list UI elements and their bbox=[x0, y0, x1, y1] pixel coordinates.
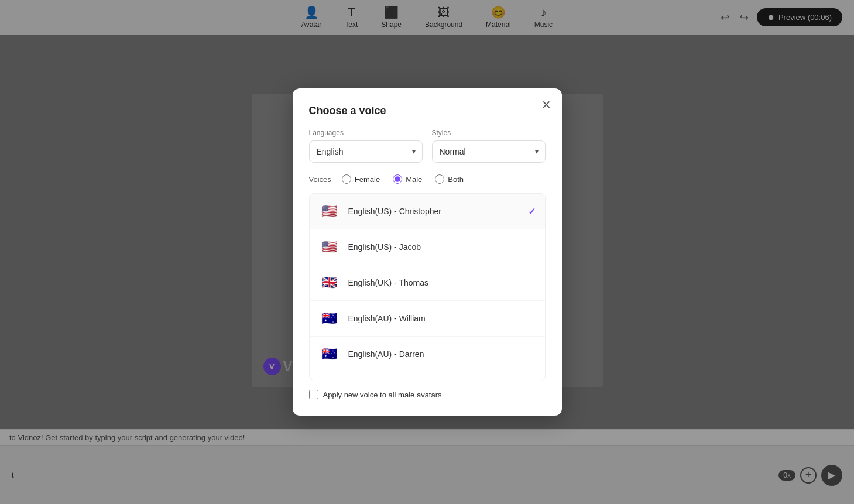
flag-icon: 🇺🇸 bbox=[319, 236, 340, 258]
choose-voice-modal: Choose a voice ✕ Languages EnglishSpanis… bbox=[293, 88, 562, 416]
modal-overlay: Choose a voice ✕ Languages EnglishSpanis… bbox=[0, 0, 854, 504]
radio-both-input[interactable] bbox=[435, 174, 444, 184]
voice-name: English(AU) - William bbox=[348, 314, 536, 323]
modal-close-button[interactable]: ✕ bbox=[541, 99, 551, 111]
modal-title: Choose a voice bbox=[309, 105, 546, 117]
radio-male[interactable]: Male bbox=[393, 174, 422, 184]
voice-list: 🇺🇸 English(US) - Christopher ✓ 🇺🇸 Englis… bbox=[309, 193, 546, 380]
flag-icon: 🇦🇺 bbox=[319, 308, 340, 329]
voice-item-uk-thomas[interactable]: 🇬🇧 English(UK) - Thomas bbox=[310, 265, 545, 301]
voice-item-us-jacob[interactable]: 🇺🇸 English(US) - Jacob bbox=[310, 229, 545, 265]
languages-label: Languages bbox=[309, 129, 423, 137]
styles-select[interactable]: NormalExcitedCalmSadAngry bbox=[432, 140, 546, 163]
radio-row: Voices Female Male Both bbox=[309, 174, 546, 184]
languages-group: Languages EnglishSpanishFrenchGermanJapa… bbox=[309, 129, 423, 163]
voice-item-au-william[interactable]: 🇦🇺 English(AU) - William bbox=[310, 301, 545, 337]
apply-checkbox-row: Apply new voice to all male avatars bbox=[309, 390, 546, 399]
flag-icon: 🇬🇧 bbox=[319, 272, 340, 293]
radio-male-label: Male bbox=[406, 175, 422, 184]
flag-icon: 🇦🇺 bbox=[319, 344, 340, 365]
voice-name: English(AU) - Darren bbox=[348, 349, 536, 359]
voice-item-us-eric[interactable]: 🇺🇸 English(US) - Eric 👑PRO bbox=[310, 372, 545, 380]
languages-select-wrapper: EnglishSpanishFrenchGermanJapaneseChines… bbox=[309, 140, 423, 163]
field-row: Languages EnglishSpanishFrenchGermanJapa… bbox=[309, 129, 546, 163]
radio-female[interactable]: Female bbox=[342, 174, 380, 184]
radio-both-label: Both bbox=[448, 175, 464, 184]
check-icon: ✓ bbox=[528, 206, 536, 217]
flag-icon: 🇺🇸 bbox=[319, 201, 340, 222]
voice-name: English(US) - Jacob bbox=[348, 242, 536, 252]
voice-item-us-christopher[interactable]: 🇺🇸 English(US) - Christopher ✓ bbox=[310, 194, 545, 229]
flag-icon: 🇺🇸 bbox=[319, 379, 340, 380]
voice-name: English(UK) - Thomas bbox=[348, 278, 536, 287]
voice-name: English(US) - Christopher bbox=[348, 207, 528, 216]
voice-item-au-darren[interactable]: 🇦🇺 English(AU) - Darren bbox=[310, 337, 545, 372]
styles-group: Styles NormalExcitedCalmSadAngry bbox=[432, 129, 546, 163]
styles-label: Styles bbox=[432, 129, 546, 137]
radio-both[interactable]: Both bbox=[435, 174, 464, 184]
radio-male-input[interactable] bbox=[393, 174, 402, 184]
radio-female-label: Female bbox=[355, 175, 380, 184]
styles-select-wrapper: NormalExcitedCalmSadAngry bbox=[432, 140, 546, 163]
languages-select[interactable]: EnglishSpanishFrenchGermanJapaneseChines… bbox=[309, 140, 423, 163]
radio-female-input[interactable] bbox=[342, 174, 351, 184]
apply-checkbox[interactable] bbox=[309, 390, 318, 399]
apply-checkbox-label[interactable]: Apply new voice to all male avatars bbox=[323, 390, 442, 399]
voices-label: Voices bbox=[309, 175, 331, 184]
